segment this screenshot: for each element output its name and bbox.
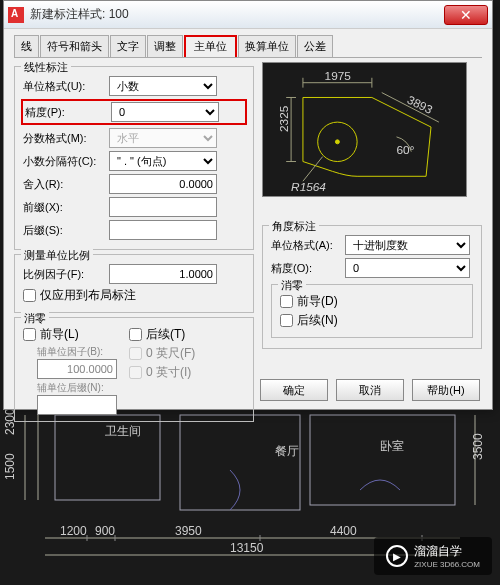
watermark: 溜溜自学 ZIXUE 3D66.COM xyxy=(374,537,492,575)
dim-text: 1200 xyxy=(60,524,87,538)
dim-text: 3893 xyxy=(405,93,435,118)
fraction-select: 水平 xyxy=(109,128,217,148)
suffix-label: 后缀(S): xyxy=(23,223,105,238)
group-title: 角度标注 xyxy=(269,219,319,234)
inch-label: 0 英寸(I) xyxy=(146,364,191,381)
tab-symbols[interactable]: 符号和箭头 xyxy=(40,35,109,57)
ok-button[interactable]: 确定 xyxy=(260,379,328,401)
watermark-sub: ZIXUE 3D66.COM xyxy=(414,560,480,569)
dim-text: 1975 xyxy=(325,69,352,83)
dim-text: 1500 xyxy=(3,453,17,480)
room-label: 卧室 xyxy=(380,439,404,453)
dim-text: 3500 xyxy=(471,433,485,460)
dim-text: 2325 xyxy=(277,105,291,132)
sub-suffix-label: 辅单位后缀(N): xyxy=(37,381,117,395)
group-title: 消零 xyxy=(278,278,306,293)
dim-text: 60° xyxy=(397,143,415,157)
zero-suppress-group: 消零 前导(L) 辅单位因子(B): 辅单位后缀(N): xyxy=(14,317,254,422)
trailing-label: 后续(T) xyxy=(146,326,185,343)
ang-unit-label: 单位格式(A): xyxy=(271,238,341,253)
ang-trailing-checkbox[interactable] xyxy=(280,314,293,327)
ang-trailing-label: 后续(N) xyxy=(297,312,338,329)
precision-label: 精度(P): xyxy=(25,105,107,120)
tab-primary-units[interactable]: 主单位 xyxy=(184,35,237,57)
layout-only-checkbox[interactable] xyxy=(23,289,36,302)
sub-factor-input xyxy=(37,359,117,379)
unit-format-label: 单位格式(U): xyxy=(23,79,105,94)
leading-label: 前导(L) xyxy=(40,326,79,343)
layout-only-label: 仅应用到布局标注 xyxy=(40,287,136,304)
group-title: 线性标注 xyxy=(21,60,71,75)
ang-precision-select[interactable]: 0 xyxy=(345,258,470,278)
dim-text: R1564 xyxy=(291,180,326,194)
feet-checkbox xyxy=(129,347,142,360)
tab-line[interactable]: 线 xyxy=(14,35,39,57)
round-input[interactable] xyxy=(109,174,217,194)
decimal-sep-label: 小数分隔符(C): xyxy=(23,154,105,169)
cancel-button[interactable]: 取消 xyxy=(336,379,404,401)
close-button[interactable]: ✕ xyxy=(444,5,488,25)
fraction-label: 分数格式(M): xyxy=(23,131,105,146)
ang-leading-checkbox[interactable] xyxy=(280,295,293,308)
dimension-preview: 1975 2325 60° R1564 3893 xyxy=(262,62,467,197)
leading-checkbox[interactable] xyxy=(23,328,36,341)
svg-line-20 xyxy=(303,157,323,182)
ang-leading-label: 前导(D) xyxy=(297,293,338,310)
play-icon xyxy=(386,545,408,567)
suffix-input[interactable] xyxy=(109,220,217,240)
inch-checkbox xyxy=(129,366,142,379)
help-button[interactable]: 帮助(H) xyxy=(412,379,480,401)
group-title: 消零 xyxy=(21,311,49,326)
feet-label: 0 英尺(F) xyxy=(146,345,195,362)
tabs-bar: 线 符号和箭头 文字 调整 主单位 换算单位 公差 xyxy=(14,35,482,58)
angular-group: 角度标注 单位格式(A): 十进制度数 精度(O): 0 消零 前导(D) 后续… xyxy=(262,225,482,349)
round-label: 舍入(R): xyxy=(23,177,105,192)
scale-factor-label: 比例因子(F): xyxy=(23,267,105,282)
window-title: 新建标注样式: 100 xyxy=(30,6,444,23)
dim-text: 13150 xyxy=(230,541,264,555)
scale-group: 测量单位比例 比例因子(F): 仅应用到布局标注 xyxy=(14,254,254,313)
svg-point-13 xyxy=(335,140,339,144)
unit-format-select[interactable]: 小数 xyxy=(109,76,217,96)
app-icon xyxy=(8,7,24,23)
decimal-sep-select[interactable]: " . " (句点) xyxy=(109,151,217,171)
sub-suffix-input xyxy=(37,395,117,415)
watermark-text: 溜溜自学 xyxy=(414,543,480,560)
tab-alt-units[interactable]: 换算单位 xyxy=(238,35,296,57)
titlebar[interactable]: 新建标注样式: 100 ✕ xyxy=(4,1,492,29)
dim-text: 4400 xyxy=(330,524,357,538)
tab-tolerance[interactable]: 公差 xyxy=(297,35,333,57)
precision-row-highlighted: 精度(P): 0 xyxy=(21,99,247,125)
tab-fit[interactable]: 调整 xyxy=(147,35,183,57)
trailing-checkbox[interactable] xyxy=(129,328,142,341)
scale-factor-input[interactable] xyxy=(109,264,217,284)
prefix-label: 前缀(X): xyxy=(23,200,105,215)
ang-precision-label: 精度(O): xyxy=(271,261,341,276)
dimension-style-dialog: 新建标注样式: 100 ✕ 线 符号和箭头 文字 调整 主单位 换算单位 公差 … xyxy=(3,0,493,410)
dim-text: 3950 xyxy=(175,524,202,538)
tab-text[interactable]: 文字 xyxy=(110,35,146,57)
dim-text: 900 xyxy=(95,524,115,538)
group-title: 测量单位比例 xyxy=(21,248,93,263)
ang-unit-select[interactable]: 十进制度数 xyxy=(345,235,470,255)
sub-factor-label: 辅单位因子(B): xyxy=(37,345,117,359)
precision-select[interactable]: 0 xyxy=(111,102,219,122)
linear-group: 线性标注 单位格式(U): 小数 精度(P): 0 分数格式(M): 水平 小数… xyxy=(14,66,254,250)
room-label: 餐厅 xyxy=(275,444,299,458)
prefix-input[interactable] xyxy=(109,197,217,217)
